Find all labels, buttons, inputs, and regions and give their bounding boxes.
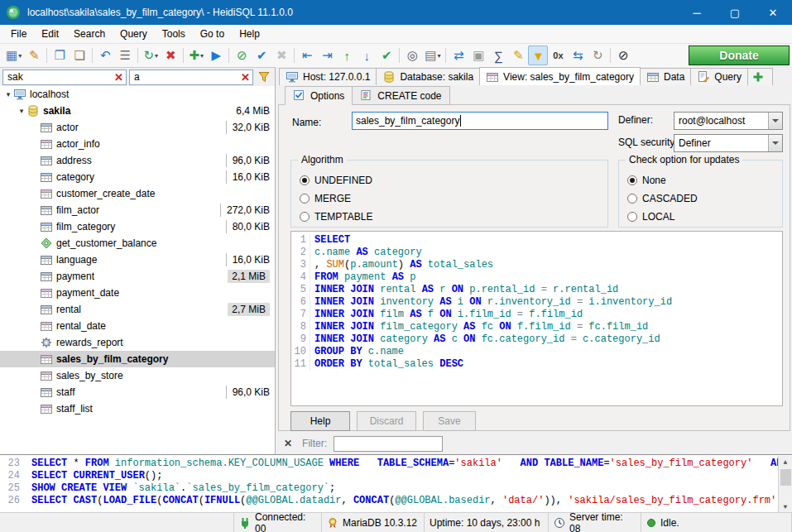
- view-sql-editor[interactable]: 1SELECT2c.name AS category3, SUM(p.amoun…: [290, 231, 783, 406]
- editor-line-text[interactable]: , SUM(p.amount) AS total_sales: [310, 259, 493, 271]
- menu-tools[interactable]: Tools: [155, 26, 193, 42]
- log-line-text[interactable]: SHOW CREATE VIEW `sakila`.`sales_by_film…: [25, 482, 335, 495]
- editor-line-text[interactable]: INNER JOIN film_category AS fc ON f.film…: [310, 321, 648, 333]
- query-menu-button[interactable]: ▤▾: [422, 46, 443, 65]
- highlight-button[interactable]: ✎: [508, 46, 528, 65]
- close-button[interactable]: ✕: [754, 0, 792, 25]
- insert-record-button[interactable]: ↑: [337, 46, 357, 65]
- radio-cascaded[interactable]: CASCADED: [627, 192, 698, 205]
- tree-item-staff[interactable]: staff96,0 KiB: [0, 384, 275, 400]
- menu-search[interactable]: Search: [66, 26, 113, 42]
- reconnect-button[interactable]: ↻: [588, 46, 607, 65]
- tab-data[interactable]: Data: [640, 68, 691, 85]
- arrows-button[interactable]: ⇆: [568, 46, 588, 65]
- tree-item-rental[interactable]: rental2,7 MiB: [0, 301, 275, 318]
- search-button[interactable]: ◎: [402, 46, 422, 65]
- hex-toggle-button[interactable]: 0x: [548, 46, 568, 65]
- subtab-create-code[interactable]: CREATE code: [352, 86, 449, 105]
- edit-session-button[interactable]: ✎: [24, 46, 44, 65]
- log-line-text[interactable]: SELECT CAST(LOAD_FILE(CONCAT(IFNULL(@@GL…: [25, 495, 792, 507]
- editor-line-text[interactable]: GROUP BY c.name: [310, 346, 404, 358]
- tree-item-sakila[interactable]: ▾sakila6,4 MiB: [0, 103, 275, 119]
- editor-line-text[interactable]: INNER JOIN inventory AS i ON r.inventory…: [310, 296, 672, 309]
- tree-item-rewards-report[interactable]: rewards_report: [0, 334, 275, 351]
- tree-item-actor[interactable]: actor32,0 KiB: [0, 119, 275, 136]
- definer-combobox[interactable]: root@localhost: [674, 112, 783, 130]
- log-line-text[interactable]: SELECT CURRENT_USER();: [25, 470, 162, 482]
- filter-close-icon[interactable]: ✕: [284, 438, 292, 449]
- print-button[interactable]: ☰: [115, 46, 135, 65]
- execute-button[interactable]: ▶: [206, 46, 226, 65]
- sum-button[interactable]: ∑: [488, 46, 508, 65]
- tree-item-category[interactable]: category16,0 KiB: [0, 169, 275, 185]
- definer-dropdown-icon[interactable]: [768, 113, 782, 129]
- menu-edit[interactable]: Edit: [34, 26, 66, 42]
- expander-icon[interactable]: ▾: [3, 90, 13, 98]
- tree-item-get-customer-balance[interactable]: get_customer_balance: [0, 235, 275, 252]
- refresh-button[interactable]: ↻▾: [141, 46, 161, 65]
- tree-item-sales-by-film-category[interactable]: sales_by_film_category: [0, 351, 275, 367]
- radio-merge[interactable]: MERGE: [300, 192, 351, 205]
- filter-toggle-button[interactable]: ▼: [528, 46, 548, 65]
- delete-record-button[interactable]: ↓: [357, 46, 377, 65]
- editor-line-text[interactable]: SELECT: [310, 234, 350, 247]
- minimize-button[interactable]: ─: [678, 0, 716, 25]
- tree-item-staff-list[interactable]: staff_list: [0, 400, 275, 417]
- expander-icon[interactable]: ▾: [17, 107, 26, 115]
- tree-item-payment[interactable]: payment2,1 MiB: [0, 268, 275, 285]
- subtab-options[interactable]: Options: [285, 86, 353, 105]
- radio-none[interactable]: None: [627, 174, 666, 187]
- create-new-button[interactable]: ✚▾: [186, 46, 206, 65]
- menu-help[interactable]: Help: [232, 26, 267, 42]
- database-filter-input[interactable]: sak ✕: [2, 69, 127, 85]
- tree-item-film-actor[interactable]: film_actor272,0 KiB: [0, 202, 275, 218]
- cancel-button[interactable]: ✖: [271, 46, 291, 65]
- clear-database-filter-icon[interactable]: ✕: [114, 72, 123, 83]
- tree-item-customer-create-date[interactable]: customer_create_date: [0, 185, 275, 202]
- sql-security-combobox[interactable]: Definer: [674, 134, 783, 152]
- editor-line-text[interactable]: c.name AS category: [310, 247, 422, 259]
- table-filter-input[interactable]: a ✕: [129, 69, 253, 85]
- editor-line-text[interactable]: INNER JOIN film AS f ON i.film_id = f.fi…: [310, 309, 583, 321]
- radio-undefined[interactable]: UNDEFINED: [300, 174, 372, 187]
- tree-item-rental-date[interactable]: rental_date: [0, 318, 275, 334]
- copy-button[interactable]: ❐: [50, 46, 70, 65]
- tree-item-address[interactable]: address96,0 KiB: [0, 152, 275, 169]
- log-scrollbar[interactable]: ▲ ▼: [778, 456, 792, 512]
- kill-process-button[interactable]: ✖: [161, 46, 180, 65]
- tab-host[interactable]: Host: 127.0.0.1: [279, 68, 377, 85]
- tree-item-sales-by-store[interactable]: sales_by_store: [0, 367, 275, 384]
- radio-temptable[interactable]: TEMPTABLE: [300, 210, 372, 223]
- editor-line-text[interactable]: INNER JOIN category AS c ON fc.category_…: [310, 333, 660, 346]
- first-record-button[interactable]: ⇤: [297, 46, 317, 65]
- unsafe-mode-button[interactable]: ⊘: [232, 46, 252, 65]
- view-name-input[interactable]: sales_by_film_category: [352, 112, 608, 130]
- tab-new-query[interactable]: [747, 68, 773, 85]
- stop-button[interactable]: ⊘: [613, 46, 633, 65]
- tree-item-film-category[interactable]: film_category80,0 KiB: [0, 218, 275, 235]
- tab-database[interactable]: Database: sakila: [376, 68, 480, 85]
- tree-item-localhost[interactable]: ▾localhost: [0, 86, 275, 103]
- scroll-down-icon[interactable]: ▼: [779, 501, 792, 512]
- snippets-button[interactable]: ▣: [468, 46, 488, 65]
- filter-funnel-icon[interactable]: [256, 70, 272, 84]
- clear-table-filter-icon[interactable]: ✕: [241, 72, 250, 83]
- tree-item-payment-date[interactable]: payment_date: [0, 285, 275, 301]
- apply-button[interactable]: ✔: [252, 46, 271, 65]
- undo-button[interactable]: ↶: [95, 46, 115, 65]
- sql-security-dropdown-icon[interactable]: [768, 135, 782, 151]
- tab-view[interactable]: View: sales_by_film_category: [479, 67, 641, 85]
- donate-button[interactable]: Donate: [689, 46, 790, 65]
- log-line-text[interactable]: SELECT * FROM information_schema.KEY_COL…: [25, 458, 792, 470]
- maximize-button[interactable]: ▢: [716, 0, 754, 25]
- paste-button[interactable]: ❏: [70, 46, 89, 65]
- menu-file[interactable]: File: [3, 26, 34, 42]
- tree-item-language[interactable]: language16,0 KiB: [0, 252, 275, 268]
- menu-query[interactable]: Query: [113, 26, 155, 42]
- tab-query[interactable]: Query: [690, 68, 748, 85]
- post-record-button[interactable]: ✔: [377, 46, 396, 65]
- tree-item-actor-info[interactable]: actor_info: [0, 136, 275, 152]
- last-record-button[interactable]: ⇥: [317, 46, 337, 65]
- editor-line-text[interactable]: INNER JOIN rental AS r ON p.rental_id = …: [310, 284, 618, 296]
- menu-go-to[interactable]: Go to: [193, 26, 232, 42]
